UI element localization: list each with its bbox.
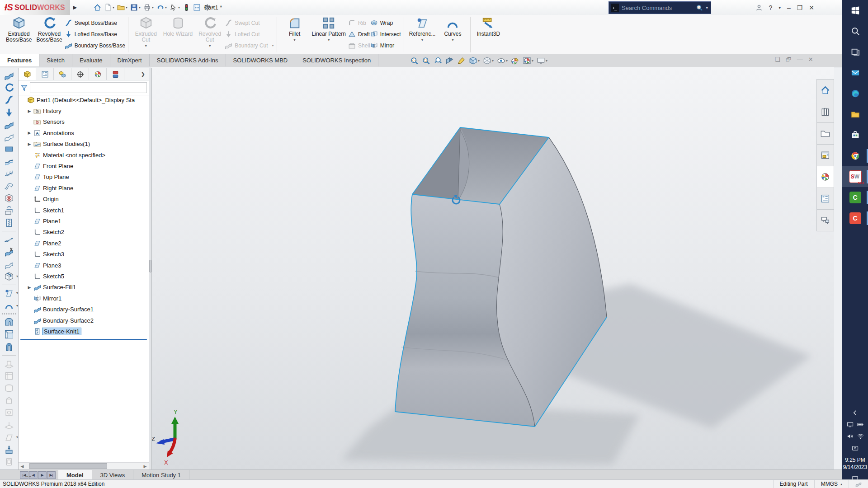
wrap-button[interactable]: 3DWrap: [370, 17, 401, 28]
tree-item-sketch5[interactable]: Sketch5: [19, 271, 149, 282]
dock-doc-icon[interactable]: 🗗: [786, 56, 792, 63]
tree-filter-input[interactable]: [30, 82, 147, 93]
extruded-boss-base-button[interactable]: Extruded Boss/Base: [4, 15, 34, 54]
dropdown-arrow[interactable]: ▾: [212, 5, 214, 9]
display-style-icon[interactable]: ▾: [482, 56, 495, 66]
camtasia-red-app-icon[interactable]: C: [842, 208, 868, 229]
tab-sketch[interactable]: Sketch: [39, 54, 72, 66]
intersect-button[interactable]: Intersect: [370, 28, 401, 40]
display-tray-icon[interactable]: [847, 421, 854, 428]
expand-arrow[interactable]: ▶: [26, 109, 33, 113]
save-button[interactable]: ▾: [129, 2, 142, 13]
model-canvas[interactable]: YZX: [151, 67, 834, 470]
tree-item-boundary-surface2[interactable]: Boundary-Surface2: [19, 315, 149, 326]
restore-doc-icon[interactable]: ❏: [775, 56, 780, 63]
file-explorer-tab[interactable]: [816, 123, 834, 145]
tab-solidworks-mbd[interactable]: SOLIDWORKS MBD: [226, 54, 296, 66]
file-properties-button[interactable]: [192, 2, 202, 13]
tree-item-front[interactable]: Front Plane: [19, 160, 149, 171]
dropdown-arrow[interactable]: ▾: [152, 5, 154, 9]
next-tab-button[interactable]: ▶: [38, 471, 47, 479]
apply-scene-icon[interactable]: ▾: [522, 56, 534, 66]
mirror-button[interactable]: Mirror: [370, 40, 401, 51]
volume-tray-icon[interactable]: [847, 433, 854, 440]
tree-item-sketch3[interactable]: Sketch3: [19, 249, 149, 259]
screen-project-tray-icon[interactable]: [852, 445, 859, 451]
tree-item-plane1[interactable]: Plane1: [19, 216, 149, 226]
view-settings-icon[interactable]: ▾: [536, 56, 548, 66]
undo-button[interactable]: ▾: [156, 2, 168, 13]
search-commands-box[interactable]: ›_ Search Commands ▾: [609, 1, 711, 14]
last-tab-button[interactable]: ▶|: [47, 471, 56, 479]
tree-item-history[interactable]: ▶History: [19, 105, 149, 116]
surface-tool-sheet2-button[interactable]: [4, 328, 14, 340]
chrome-app-icon[interactable]: [842, 145, 868, 166]
configurationmanager-tab[interactable]: [54, 68, 71, 80]
login-user-icon[interactable]: [755, 4, 763, 11]
surface-tool-delface-button[interactable]: [4, 192, 14, 204]
swept-boss-base-button[interactable]: Swept Boss/Base: [65, 17, 125, 28]
show-hidden-icons-chevron[interactable]: [852, 409, 859, 416]
battery-tray-icon[interactable]: [857, 421, 864, 428]
cam-tab[interactable]: [107, 68, 124, 80]
more-tabs-arrow[interactable]: ❯: [137, 68, 149, 80]
dimxpertmanager-tab[interactable]: [71, 68, 89, 80]
custom-properties-tab[interactable]: [816, 188, 834, 210]
mail-app-icon[interactable]: [842, 62, 868, 83]
view-palette-tab[interactable]: [816, 145, 834, 166]
status-tag-icon[interactable]: [849, 480, 868, 488]
new-document-button[interactable]: ▾: [103, 2, 115, 13]
bottom-tab-3d-views[interactable]: 3D Views: [92, 470, 134, 480]
select-button[interactable]: ▾: [169, 2, 181, 13]
surface-tool-knit-button[interactable]: [4, 217, 14, 229]
surface-tool-untrim-button[interactable]: [4, 258, 14, 270]
surface-tool-wave-button[interactable]: [4, 70, 14, 81]
tree-item-surface[interactable]: ▶Surface Bodies(1): [19, 139, 149, 150]
appearances-tab[interactable]: [816, 166, 834, 188]
search-taskbar-button[interactable]: [842, 21, 868, 42]
zoom-to-fit-icon[interactable]: [409, 56, 420, 66]
tree-item-plane3[interactable]: Plane3: [19, 260, 149, 271]
tree-horizontal-scrollbar[interactable]: ◀ ▶: [19, 462, 149, 469]
task-view-button[interactable]: [842, 42, 868, 62]
forum-tab[interactable]: [816, 210, 834, 231]
tab-features[interactable]: Features: [0, 54, 39, 66]
displaymanager-tab[interactable]: [89, 68, 107, 80]
open-button[interactable]: ▾: [116, 2, 128, 13]
tree-item-plane2[interactable]: Plane2: [19, 238, 149, 249]
tree-item-sketch1[interactable]: Sketch1: [19, 205, 149, 216]
tree-item-mirror1[interactable]: Mirror1: [19, 293, 149, 304]
tree-item-origin[interactable]: Origin: [19, 194, 149, 205]
dynamic-annotation-icon[interactable]: [456, 56, 467, 66]
surface-tool-loft-button[interactable]: [4, 107, 14, 118]
fillet-button[interactable]: Fillet▾: [280, 15, 310, 54]
taskbar-clock[interactable]: 9:25 PM9/14/2023: [843, 456, 867, 471]
tab-evaluate[interactable]: Evaluate: [72, 54, 110, 66]
options-button[interactable]: ▾: [203, 2, 215, 13]
surface-tool-repface-button[interactable]: [4, 205, 14, 216]
instant3d-button[interactable]: Instant3D: [473, 15, 503, 54]
rollback-bar[interactable]: [20, 339, 147, 340]
tree-item-surface-knit1[interactable]: Surface-Knit1: [19, 326, 149, 337]
camtasia-green-app-icon[interactable]: C: [842, 187, 868, 208]
lofted-boss-base-button[interactable]: Lofted Boss/Base: [65, 28, 125, 40]
scroll-left-arrow[interactable]: ◀: [19, 464, 26, 469]
surface-tool-ruled-button[interactable]: [4, 168, 14, 179]
close-doc-icon[interactable]: ✕: [808, 56, 813, 63]
dropdown-arrow[interactable]: ▾: [113, 5, 114, 9]
tree-item-sketch2[interactable]: Sketch2: [19, 227, 149, 238]
tab-dimxpert[interactable]: DimXpert: [110, 54, 150, 66]
boundary-boss-base-button[interactable]: Boundary Boss/Base: [65, 40, 125, 51]
edit-appearance-icon[interactable]: [510, 56, 520, 66]
surface-tool-sheet1-button[interactable]: [4, 316, 14, 328]
expand-arrow[interactable]: ▶: [26, 285, 33, 290]
search-dropdown-arrow[interactable]: ▾: [706, 5, 708, 10]
linear-pattern-button[interactable]: Linear Pattern▾: [310, 15, 348, 54]
surface-tool-thicken-button[interactable]: ▾: [4, 271, 14, 282]
hide-show-items-icon[interactable]: ▾: [496, 56, 509, 66]
file-explorer-app-icon[interactable]: [842, 104, 868, 125]
tree-item-surface-fill1[interactable]: ▶Surface-Fill1: [19, 282, 149, 293]
surface-tool-revolve-button[interactable]: [4, 82, 14, 94]
zoom-to-area-icon[interactable]: [421, 56, 431, 66]
dropdown-arrow[interactable]: ▾: [165, 5, 167, 9]
